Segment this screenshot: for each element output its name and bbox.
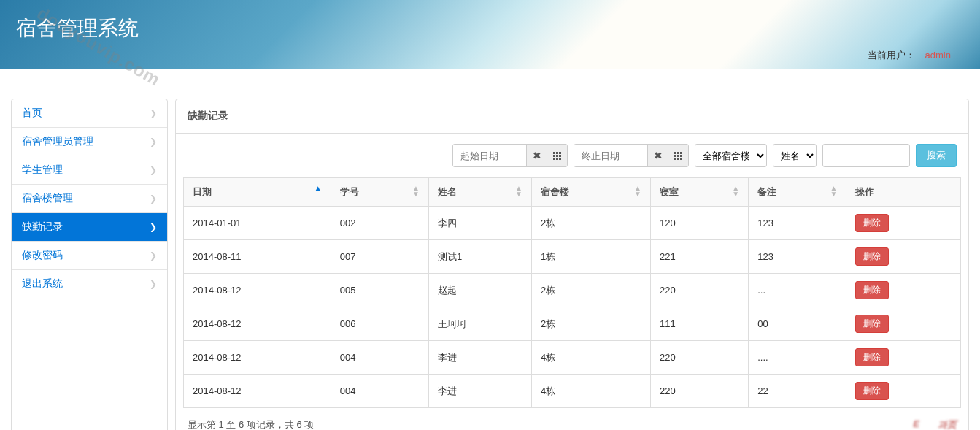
- start-date-input[interactable]: [453, 145, 526, 166]
- sort-icon: ▲▼: [732, 185, 739, 197]
- calendar-icon: [553, 152, 561, 160]
- delete-button[interactable]: 删除: [855, 315, 889, 333]
- column-header: 操作: [846, 178, 961, 207]
- cell-note: 123: [749, 207, 846, 240]
- sidebar-item-3[interactable]: 宿舍楼管理❯: [12, 185, 167, 213]
- sidebar-item-5[interactable]: 修改密码❯: [12, 242, 167, 270]
- column-header[interactable]: 寝室▲▼: [650, 178, 748, 207]
- toolbar: ✖ ✖ 全部宿舍楼 姓名 搜索: [176, 134, 968, 177]
- cell-name: 李四: [428, 207, 531, 240]
- cell-name: 王珂珂: [428, 307, 531, 341]
- cell-sid: 006: [331, 307, 428, 341]
- delete-button[interactable]: 删除: [855, 382, 889, 400]
- column-header[interactable]: 宿舍楼▲▼: [532, 178, 651, 207]
- cell-date: 2014-08-12: [184, 274, 331, 307]
- chevron-right-icon: ❯: [150, 165, 157, 175]
- chevron-right-icon: ❯: [150, 108, 157, 118]
- cell-sid: 005: [331, 274, 428, 307]
- sidebar-item-label: 退出系统: [22, 277, 63, 291]
- chevron-right-icon: ❯: [150, 137, 157, 147]
- cell-room: 220: [650, 274, 748, 307]
- end-date-clear-button[interactable]: ✖: [647, 145, 668, 166]
- cell-sid: 002: [331, 207, 428, 240]
- cell-action: 删除: [846, 341, 961, 375]
- field-select[interactable]: 姓名: [773, 144, 817, 167]
- cell-name: 赵起: [428, 274, 531, 307]
- sidebar-item-4[interactable]: 缺勤记录❯: [12, 213, 167, 242]
- sort-icon: ▲▼: [515, 185, 522, 197]
- cell-building: 2栋: [532, 274, 651, 307]
- records-table: 日期▲学号▲▼姓名▲▼宿舍楼▲▼寝室▲▼备注▲▼操作 2014-01-01002…: [183, 177, 961, 408]
- header: 宿舍管理系统 当前用户： admin douyouvip.com: [0, 0, 980, 69]
- cell-room: 120: [650, 207, 748, 240]
- cell-action: 删除: [846, 307, 961, 341]
- cell-sid: 004: [331, 341, 428, 375]
- chevron-right-icon: ❯: [150, 279, 157, 289]
- sort-icon: ▲▼: [830, 185, 838, 197]
- close-icon: ✖: [533, 150, 541, 161]
- delete-button[interactable]: 删除: [855, 214, 889, 232]
- app-title: 宿舍管理系统: [16, 15, 980, 42]
- cell-building: 2栋: [532, 207, 651, 240]
- chevron-right-icon: ❯: [150, 222, 157, 232]
- start-date-calendar-button[interactable]: [547, 145, 567, 166]
- end-date-calendar-button[interactable]: [668, 145, 688, 166]
- sidebar-item-label: 首页: [22, 107, 42, 120]
- cell-note: ....: [749, 341, 846, 375]
- cell-building: 2栋: [532, 307, 651, 341]
- building-select[interactable]: 全部宿舍楼: [695, 144, 767, 167]
- cell-date: 2014-08-12: [184, 341, 331, 375]
- sidebar-item-label: 宿舍楼管理: [22, 192, 73, 205]
- main-panel: 缺勤记录 ✖ ✖ 全部宿舍楼 姓名 搜索 日期▲学号▲▼姓名▲▼宿舍楼▲▼寝室▲…: [175, 99, 969, 430]
- calendar-icon: [674, 152, 682, 160]
- cell-date: 2014-01-01: [184, 207, 331, 240]
- sidebar-item-6[interactable]: 退出系统❯: [12, 270, 167, 298]
- table-row: 2014-08-12004李进4栋22022删除: [184, 375, 961, 408]
- cell-note: 22: [749, 375, 846, 408]
- table-row: 2014-08-12006王珂珂2栋11100删除: [184, 307, 961, 341]
- cell-name: 李进: [428, 341, 531, 375]
- table-footer: 显示第 1 至 6 项记录，共 6 项 E과页: [176, 408, 968, 430]
- delete-button[interactable]: 删除: [855, 348, 889, 366]
- sort-icon: ▲▼: [634, 185, 641, 197]
- table-row: 2014-08-11007测试11栋221123删除: [184, 240, 961, 274]
- table-info: 显示第 1 至 6 项记录，共 6 项: [188, 418, 314, 430]
- cell-note: ...: [749, 274, 846, 307]
- column-header[interactable]: 日期▲: [184, 178, 331, 207]
- column-header[interactable]: 姓名▲▼: [428, 178, 531, 207]
- sidebar-item-1[interactable]: 宿舍管理员管理❯: [12, 128, 167, 156]
- table-row: 2014-08-12004李进4栋220....删除: [184, 341, 961, 375]
- start-date-group: ✖: [452, 144, 568, 167]
- cell-room: 111: [650, 307, 748, 341]
- table-row: 2014-01-01002李四2栋120123删除: [184, 207, 961, 240]
- sidebar-item-2[interactable]: 学生管理❯: [12, 156, 167, 185]
- close-icon: ✖: [654, 150, 663, 161]
- cell-name: 测试1: [428, 240, 531, 274]
- cell-note: 00: [749, 307, 846, 341]
- current-user-area: 当前用户： admin: [868, 49, 951, 62]
- cell-date: 2014-08-12: [184, 375, 331, 408]
- sort-icon: ▲: [315, 185, 322, 191]
- delete-button[interactable]: 删除: [855, 247, 889, 266]
- end-date-group: ✖: [574, 144, 689, 167]
- end-date-input[interactable]: [574, 145, 647, 166]
- table-row: 2014-08-12005赵起2栋220...删除: [184, 274, 961, 307]
- pagination-area[interactable]: E과页: [913, 418, 957, 430]
- cell-note: 123: [749, 240, 846, 274]
- search-button[interactable]: 搜索: [916, 144, 957, 167]
- column-header[interactable]: 学号▲▼: [331, 178, 428, 207]
- cell-action: 删除: [846, 207, 961, 240]
- current-user-name[interactable]: admin: [925, 50, 951, 61]
- panel-title: 缺勤记录: [176, 99, 968, 134]
- cell-date: 2014-08-11: [184, 240, 331, 274]
- sidebar-item-label: 学生管理: [22, 164, 63, 177]
- search-input[interactable]: [822, 144, 910, 167]
- cell-building: 4栋: [532, 341, 651, 375]
- start-date-clear-button[interactable]: ✖: [526, 145, 547, 166]
- sidebar-item-label: 缺勤记录: [22, 220, 63, 234]
- cell-sid: 004: [331, 375, 428, 408]
- delete-button[interactable]: 删除: [855, 281, 889, 299]
- sidebar-item-0[interactable]: 首页❯: [12, 99, 167, 128]
- cell-building: 1栋: [532, 240, 651, 274]
- column-header[interactable]: 备注▲▼: [749, 178, 846, 207]
